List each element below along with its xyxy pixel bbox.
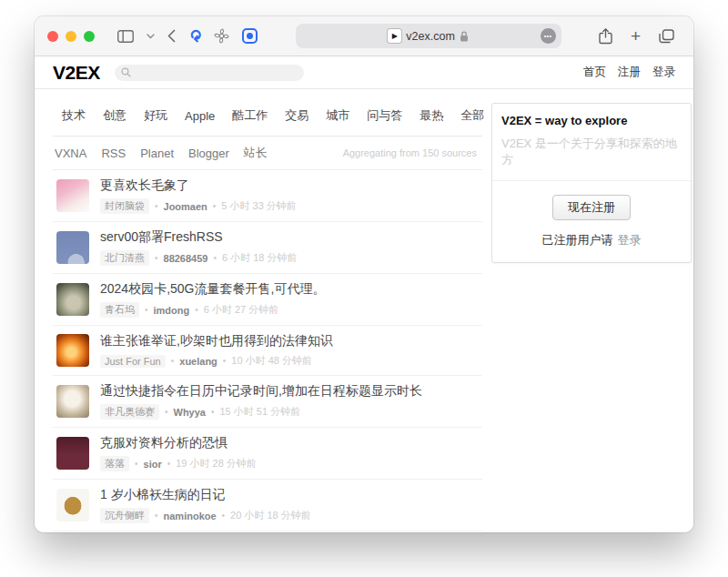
post-avatar[interactable] xyxy=(56,437,89,470)
post-body: 更喜欢长毛象了 封闭脑袋 • Joomaen • 5 小时 33 分钟前 xyxy=(100,177,297,214)
new-tab-icon[interactable]: + xyxy=(631,25,641,47)
subnav-item-0[interactable]: VXNA xyxy=(55,147,86,160)
post-avatar[interactable] xyxy=(56,179,89,212)
post-title[interactable]: 2024校园卡,50G流量套餐开售,可代理。 xyxy=(100,281,325,298)
post-source-tag[interactable]: 沉舟侧畔 xyxy=(100,508,149,523)
meta-dot-1: • xyxy=(165,407,168,417)
tab-问与答[interactable]: 问与答 xyxy=(359,105,410,127)
post-avatar[interactable] xyxy=(56,231,89,264)
registered-users-text: 已注册用户请 xyxy=(542,233,613,247)
tab-创意[interactable]: 创意 xyxy=(96,105,134,127)
post-time: 6 小时 27 分钟前 xyxy=(204,303,279,317)
post-row: 克服对资料分析的恐惧 落落 • sior • 19 小时 28 分钟前 xyxy=(53,428,482,480)
sidebar-chevron-icon[interactable] xyxy=(147,25,155,47)
reload-icon[interactable]: ⟳ xyxy=(188,25,201,47)
tab-overview-icon[interactable] xyxy=(659,25,674,47)
site-nav: 首页注册登录 xyxy=(583,65,675,80)
tab-技术[interactable]: 技术 xyxy=(55,105,93,127)
post-time: 15 小时 51 分钟前 xyxy=(220,405,301,419)
site-nav-link-2[interactable]: 登录 xyxy=(652,65,675,80)
post-row: 1 岁小棉袄生病的日记 沉舟侧畔 • naminokoe • 20 小时 18 … xyxy=(53,480,482,531)
post-avatar[interactable] xyxy=(56,283,89,316)
post-body: 克服对资料分析的恐惧 落落 • sior • 19 小时 28 分钟前 xyxy=(100,435,257,471)
site-badge-icon: ▶ xyxy=(388,29,401,43)
minimize-window-button[interactable] xyxy=(66,31,76,42)
meta-dot-2: • xyxy=(195,305,198,315)
meta-dot-1: • xyxy=(171,356,175,366)
login-link[interactable]: 登录 xyxy=(618,233,642,247)
browser-toolbar: ⟳ ▶ v2ex.com ••• xyxy=(35,16,693,56)
post-meta: 沉舟侧畔 • naminokoe • 20 小时 18 分钟前 xyxy=(100,508,311,523)
tab-城市[interactable]: 城市 xyxy=(318,105,357,127)
post-row: 2024校园卡,50G流量套餐开售,可代理。 青石坞 • imdong • 6 … xyxy=(53,274,482,326)
tab-交易[interactable]: 交易 xyxy=(278,105,316,127)
post-source-tag[interactable]: 北门清燕 xyxy=(100,250,149,266)
tab-酷工作[interactable]: 酷工作 xyxy=(225,105,275,127)
extensions-pinwheel-icon[interactable] xyxy=(214,25,229,47)
close-window-button[interactable] xyxy=(47,31,58,42)
address-bar[interactable]: ▶ v2ex.com ••• xyxy=(296,24,561,48)
post-body: serv00部署FreshRSS 北门清燕 • 88268459 • 6 小时 … xyxy=(100,229,298,266)
register-now-button[interactable]: 现在注册 xyxy=(552,195,631,220)
post-author[interactable]: Joomaen xyxy=(164,201,207,212)
site-nav-link-1[interactable]: 注册 xyxy=(618,65,641,80)
site-nav-link-0[interactable]: 首页 xyxy=(583,65,606,80)
post-author[interactable]: naminokoe xyxy=(164,511,217,521)
post-author[interactable]: 88268459 xyxy=(164,253,208,264)
meta-dot-2: • xyxy=(213,253,217,263)
subnav-item-4[interactable]: 站长 xyxy=(244,145,268,161)
post-meta: 北门清燕 • 88268459 • 6 小时 18 分钟前 xyxy=(100,250,298,266)
sidebar-toggle-icon[interactable] xyxy=(117,25,134,47)
subnav-item-3[interactable]: Blogger xyxy=(188,147,229,160)
subnav-item-1[interactable]: RSS xyxy=(101,147,126,160)
post-source-tag[interactable]: Just For Fun xyxy=(100,355,166,368)
page-settings-icon[interactable]: ••• xyxy=(541,28,556,44)
zoom-window-button[interactable] xyxy=(84,31,95,42)
meta-dot-1: • xyxy=(155,253,158,263)
tab-全部[interactable]: 全部 xyxy=(453,105,491,127)
lock-icon xyxy=(460,31,469,42)
post-avatar[interactable] xyxy=(56,489,89,521)
meta-dot-2: • xyxy=(211,407,215,417)
post-author[interactable]: sior xyxy=(144,459,162,470)
post-time: 19 小时 28 分钟前 xyxy=(176,457,257,471)
post-title[interactable]: 1 岁小棉袄生病的日记 xyxy=(100,487,311,503)
back-button-icon[interactable] xyxy=(167,25,176,47)
tab-apple[interactable]: Apple xyxy=(177,106,222,126)
post-avatar[interactable] xyxy=(56,385,89,418)
post-avatar[interactable] xyxy=(56,334,89,367)
search-input[interactable] xyxy=(115,65,304,81)
post-title[interactable]: serv00部署FreshRSS xyxy=(100,229,298,246)
post-source-tag[interactable]: 封闭脑袋 xyxy=(100,198,149,214)
post-author[interactable]: xuelang xyxy=(179,356,217,367)
aggregating-status-text: Aggregating from 150 sources xyxy=(343,147,480,158)
record-extension-dot xyxy=(247,33,253,39)
post-time: 5 小时 33 分钟前 xyxy=(221,199,297,213)
post-title[interactable]: 谁主张谁举证,吵架时也用得到的法律知识 xyxy=(100,333,333,349)
reload-glyph: ⟳ xyxy=(187,29,203,42)
post-body: 谁主张谁举证,吵架时也用得到的法律知识 Just For Fun • xuela… xyxy=(100,333,333,368)
post-meta: 封闭脑袋 • Joomaen • 5 小时 33 分钟前 xyxy=(100,198,297,214)
post-title[interactable]: 通过快捷指令在日历中记录时间,增加在日程标题显示时长 xyxy=(100,383,422,400)
share-icon[interactable] xyxy=(599,25,612,47)
subnav-item-2[interactable]: Planet xyxy=(140,147,174,160)
post-row: “你想做的话,可以试试” JAKSAY • Jak • 1 天前 xyxy=(53,531,482,532)
toolbar-right-icons: + xyxy=(592,25,681,47)
post-author[interactable]: Whyya xyxy=(174,407,206,418)
tab-好玩[interactable]: 好玩 xyxy=(136,105,175,127)
v2ex-logo[interactable]: V2EX xyxy=(53,62,100,84)
tab-最热[interactable]: 最热 xyxy=(412,105,450,127)
record-extension-icon[interactable] xyxy=(242,25,258,47)
post-source-tag[interactable]: 青石坞 xyxy=(100,302,139,318)
post-title[interactable]: 克服对资料分析的恐惧 xyxy=(100,435,257,451)
signup-box-button-cell: 现在注册 xyxy=(492,181,691,232)
post-source-tag[interactable]: 非凡奥德赛 xyxy=(100,404,159,420)
site-header: V2EX 首页注册登录 xyxy=(35,56,693,89)
meta-dot-2: • xyxy=(167,459,171,469)
post-author[interactable]: imdong xyxy=(154,305,190,316)
traffic-lights xyxy=(47,31,95,42)
meta-dot-2: • xyxy=(223,356,227,366)
post-source-tag[interactable]: 落落 xyxy=(100,456,129,471)
meta-dot-1: • xyxy=(155,511,158,521)
post-title[interactable]: 更喜欢长毛象了 xyxy=(100,177,297,194)
